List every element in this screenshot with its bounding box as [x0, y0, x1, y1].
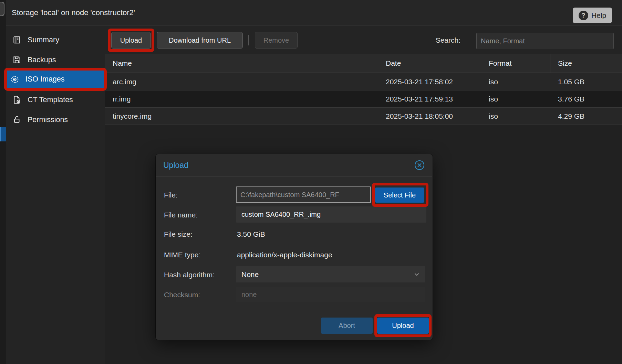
table-row[interactable]: rr.img 2025-03-21 17:59:13 iso 3.76 GB — [105, 90, 622, 108]
chevron-down-icon — [413, 270, 421, 278]
cropped-button-fragment — [0, 2, 4, 16]
select-file-button[interactable]: Select File — [375, 188, 424, 203]
search-input[interactable] — [476, 33, 614, 49]
annotation-box-iso-images: ISO Images — [4, 68, 107, 91]
proxmox-storage-window: Storage 'local' on node 'constructor2' ?… — [0, 0, 622, 364]
column-header-format[interactable]: Format — [481, 54, 550, 73]
mime-type-value: application/x-apple-diskimage — [237, 247, 332, 263]
hash-algorithm-label: Hash algorithm: — [164, 267, 235, 283]
column-header-date[interactable]: Date — [378, 54, 481, 73]
cell-name: arc.img — [105, 73, 378, 90]
download-from-url-button[interactable]: Download from URL — [157, 32, 243, 49]
sidebar-item-label: Backups — [28, 56, 56, 64]
hash-algorithm-value: None — [241, 270, 259, 278]
cell-format: iso — [481, 90, 550, 107]
sidebar-item-ct-templates[interactable]: CT Templates — [7, 92, 104, 108]
file-path-input[interactable] — [236, 186, 371, 203]
mime-type-label: MIME type: — [164, 247, 235, 263]
cell-name: rr.img — [105, 90, 378, 107]
help-label: Help — [591, 11, 606, 20]
column-header-size[interactable]: Size — [550, 54, 622, 73]
table-row[interactable]: arc.img 2025-03-21 17:58:02 iso 1.05 GB — [105, 73, 622, 90]
header-bar: Storage 'local' on node 'constructor2' ?… — [6, 0, 622, 25]
cell-date: 2025-03-21 18:05:00 — [378, 108, 481, 125]
search-label: Search: — [420, 32, 460, 49]
cell-size: 3.76 GB — [550, 90, 622, 107]
cell-name: tinycore.img — [105, 108, 378, 125]
file-name-label: File name: — [164, 207, 235, 223]
sidebar-item-label: Permissions — [28, 116, 68, 124]
hash-algorithm-select[interactable]: None — [236, 266, 425, 282]
file-size-label: File size: — [164, 226, 235, 243]
cell-date: 2025-03-21 17:59:13 — [378, 90, 481, 107]
dialog-title: Upload — [163, 154, 188, 176]
close-icon[interactable] — [413, 159, 426, 171]
sidebar-item-backups[interactable]: Backups — [7, 52, 104, 68]
cropped-tree-selection-fragment — [0, 127, 6, 141]
upload-dialog: Upload File: File name: File size: MIME … — [156, 154, 433, 340]
sidebar-item-label: ISO Images — [25, 75, 65, 84]
toolbar-separator — [248, 35, 249, 45]
sidebar-item-summary[interactable]: Summary — [7, 32, 104, 48]
cell-size: 1.05 GB — [550, 73, 622, 90]
cell-format: iso — [481, 108, 550, 125]
checksum-label: Checksum: — [164, 287, 235, 303]
file-name-field[interactable]: custom SA6400_RR_.img — [236, 206, 426, 223]
table-row[interactable]: tinycore.img 2025-03-21 18:05:00 iso 4.2… — [105, 108, 622, 125]
page-title: Storage 'local' on node 'constructor2' — [12, 0, 135, 25]
cell-format: iso — [481, 73, 550, 90]
file-size-value: 3.50 GiB — [237, 226, 265, 243]
table-header-row: Name Date Format Size — [105, 54, 622, 73]
unlock-icon — [12, 115, 21, 124]
help-button[interactable]: ? Help — [573, 8, 612, 23]
abort-button[interactable]: Abort — [321, 318, 373, 334]
sidebar-item-label: CT Templates — [28, 96, 73, 104]
sidebar: Summary Backups ISO Images CT Templates — [6, 26, 105, 364]
left-edge-strip — [0, 0, 6, 364]
file-label: File: — [164, 187, 235, 203]
column-header-name[interactable]: Name — [105, 54, 378, 73]
sidebar-item-iso-images[interactable]: ISO Images — [7, 71, 104, 88]
remove-button[interactable]: Remove — [255, 32, 298, 49]
floppy-icon — [12, 55, 21, 64]
cell-size: 4.29 GB — [550, 108, 622, 125]
upload-toolbar-button[interactable]: Upload — [111, 32, 151, 49]
container-template-icon — [12, 95, 21, 104]
upload-dialog-button[interactable]: Upload — [377, 318, 429, 334]
checksum-field[interactable]: none — [236, 287, 425, 302]
cd-icon — [10, 75, 19, 84]
sidebar-item-label: Summary — [28, 36, 59, 44]
question-icon: ? — [579, 11, 588, 20]
cell-date: 2025-03-21 17:58:02 — [378, 73, 481, 90]
book-icon — [12, 35, 21, 44]
sidebar-item-permissions[interactable]: Permissions — [7, 111, 104, 128]
